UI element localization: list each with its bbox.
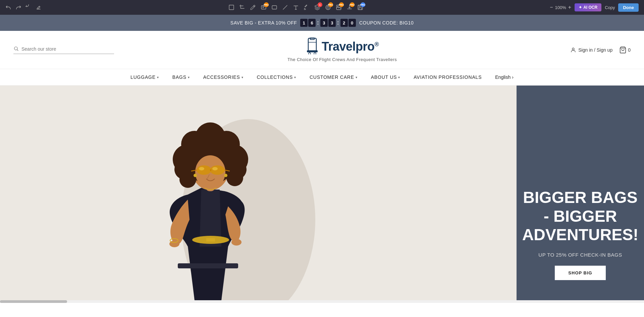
svg-point-31 bbox=[195, 122, 225, 153]
save-icon[interactable]: PRO bbox=[357, 4, 363, 10]
minutes-units: 3 bbox=[328, 19, 336, 27]
hero-subtext: UP TO 25% OFF CHECK-IN BAGS bbox=[538, 252, 622, 258]
search-input[interactable] bbox=[21, 46, 109, 52]
svg-point-42 bbox=[199, 167, 204, 170]
download-icon[interactable]: PRO bbox=[346, 4, 353, 10]
svg-point-15 bbox=[314, 53, 316, 54]
accessories-chevron: ▾ bbox=[241, 75, 244, 79]
svg-point-45 bbox=[224, 174, 227, 177]
undo-icon[interactable] bbox=[5, 4, 11, 10]
promo-text-prefix: SAVE BIG - EXTRA 10% OFF bbox=[230, 20, 297, 25]
erase-icon[interactable] bbox=[36, 4, 42, 10]
done-button[interactable]: Done bbox=[618, 3, 639, 12]
hero-image-area bbox=[0, 86, 517, 300]
hero-illustration bbox=[0, 86, 517, 300]
layers-b-icon[interactable]: 1 bbox=[314, 4, 320, 10]
frame-icon[interactable] bbox=[228, 4, 234, 10]
nav-bags[interactable]: BAGS ▾ bbox=[172, 74, 190, 80]
redo-icon[interactable] bbox=[15, 4, 21, 10]
zoom-controls: − 100% + bbox=[550, 4, 571, 10]
copy-button[interactable]: Copy bbox=[605, 5, 615, 10]
svg-point-43 bbox=[212, 167, 218, 170]
brand-tagline: The Choice Of Flight Crews And Frequent … bbox=[287, 57, 397, 62]
svg-point-5 bbox=[327, 6, 329, 8]
minutes-tens: 3 bbox=[320, 19, 328, 27]
image-icon[interactable]: PRO bbox=[336, 4, 342, 10]
scrollbar-area bbox=[0, 300, 644, 303]
nav-aviation[interactable]: AVIATION PROFESSIONALS bbox=[414, 74, 482, 80]
brand-name: Travelpro® bbox=[322, 40, 379, 54]
hours-pair: 1 6 bbox=[300, 19, 316, 27]
site-nav: LUGGAGE ▾ BAGS ▾ ACCESSORIES ▾ COLLECTIO… bbox=[0, 69, 644, 86]
toolbar-center: PRO 1 PRO PRO PRO bbox=[228, 4, 363, 10]
svg-rect-2 bbox=[272, 6, 277, 9]
layers-a-icon[interactable]: PRO bbox=[261, 4, 267, 10]
sign-in-link[interactable]: Sign in / Sign up bbox=[570, 47, 612, 53]
text-icon[interactable] bbox=[293, 4, 299, 10]
bags-chevron: ▾ bbox=[188, 75, 190, 79]
pen-icon[interactable] bbox=[250, 4, 256, 10]
website-content: SAVE BIG - EXTRA 10% OFF 1 6 : 3 3 : 2 0… bbox=[0, 15, 644, 303]
svg-point-44 bbox=[194, 174, 197, 177]
rectangle-icon[interactable] bbox=[271, 4, 277, 10]
svg-rect-0 bbox=[229, 5, 234, 10]
countdown-timer: 1 6 : 3 3 : 2 0 bbox=[300, 19, 356, 27]
header-actions: Sign in / Sign up 0 bbox=[570, 46, 631, 54]
language-chevron: › bbox=[512, 74, 514, 80]
svg-rect-21 bbox=[206, 238, 215, 242]
minutes-pair: 3 3 bbox=[320, 19, 336, 27]
zoom-in-button[interactable]: + bbox=[568, 4, 571, 10]
about-us-chevron: ▾ bbox=[398, 75, 400, 79]
hours-units: 6 bbox=[308, 19, 316, 27]
nav-collections[interactable]: COLLECTIONS ▾ bbox=[257, 74, 296, 80]
site-header: Travelpro® The Choice Of Flight Crews An… bbox=[0, 31, 644, 69]
ai-ocr-icon: ✦ bbox=[579, 5, 582, 10]
cart-icon[interactable]: 0 bbox=[619, 46, 631, 54]
seconds-pair: 2 0 bbox=[340, 19, 356, 27]
line-icon[interactable] bbox=[282, 4, 288, 10]
collections-chevron: ▾ bbox=[294, 75, 296, 79]
svg-point-7 bbox=[337, 6, 338, 7]
toolbar: PRO 1 PRO PRO PRO bbox=[0, 0, 644, 15]
refresh-icon[interactable] bbox=[25, 4, 32, 10]
language-label: English bbox=[495, 74, 511, 80]
nav-luggage[interactable]: LUGGAGE ▾ bbox=[130, 74, 159, 80]
countdown-sep-1: : bbox=[317, 19, 319, 27]
logo-area: Travelpro® The Choice Of Flight Crews An… bbox=[287, 38, 397, 62]
cart-count: 0 bbox=[628, 47, 631, 53]
layers-c-icon[interactable]: PRO bbox=[325, 4, 331, 10]
hours-tens: 1 bbox=[300, 19, 308, 27]
svg-line-9 bbox=[17, 50, 18, 51]
svg-point-34 bbox=[179, 171, 196, 188]
crop-icon[interactable] bbox=[239, 4, 245, 10]
svg-rect-46 bbox=[178, 263, 238, 268]
luggage-chevron: ▾ bbox=[157, 75, 159, 79]
dropper-icon[interactable] bbox=[304, 4, 310, 10]
svg-point-35 bbox=[226, 169, 243, 186]
svg-point-14 bbox=[309, 53, 311, 54]
nav-about-us[interactable]: ABOUT US ▾ bbox=[371, 74, 400, 80]
seconds-units: 0 bbox=[348, 19, 356, 27]
hero-sidebar: BIGGER BAGS - BIGGER ADVENTURES! UP TO 2… bbox=[517, 86, 644, 300]
svg-line-3 bbox=[283, 5, 287, 9]
svg-point-38 bbox=[210, 165, 225, 175]
hero-section: BIGGER BAGS - BIGGER ADVENTURES! UP TO 2… bbox=[0, 86, 644, 300]
toolbar-right: − 100% + ✦ AI OCR Copy Done bbox=[550, 3, 639, 12]
search-icon bbox=[13, 46, 19, 52]
customer-care-chevron: ▾ bbox=[356, 75, 358, 79]
promo-text-suffix: COUPON CODE: BIG10 bbox=[359, 20, 414, 25]
scrollbar-thumb[interactable] bbox=[0, 300, 67, 303]
toolbar-left bbox=[5, 4, 42, 10]
promo-banner: SAVE BIG - EXTRA 10% OFF 1 6 : 3 3 : 2 0… bbox=[0, 15, 644, 31]
nav-customer-care[interactable]: CUSTOMER CARE ▾ bbox=[310, 74, 358, 80]
seconds-tens: 2 bbox=[340, 19, 348, 27]
svg-point-16 bbox=[572, 48, 574, 50]
zoom-out-button[interactable]: − bbox=[550, 4, 553, 10]
search-bar bbox=[13, 46, 114, 54]
svg-rect-10 bbox=[308, 38, 316, 52]
language-selector[interactable]: English › bbox=[495, 74, 514, 80]
sign-in-label: Sign in / Sign up bbox=[578, 47, 612, 53]
shop-big-button[interactable]: SHOP BIG bbox=[555, 266, 605, 280]
ai-ocr-button[interactable]: ✦ AI OCR bbox=[575, 3, 601, 11]
nav-accessories[interactable]: ACCESSORIES ▾ bbox=[203, 74, 244, 80]
